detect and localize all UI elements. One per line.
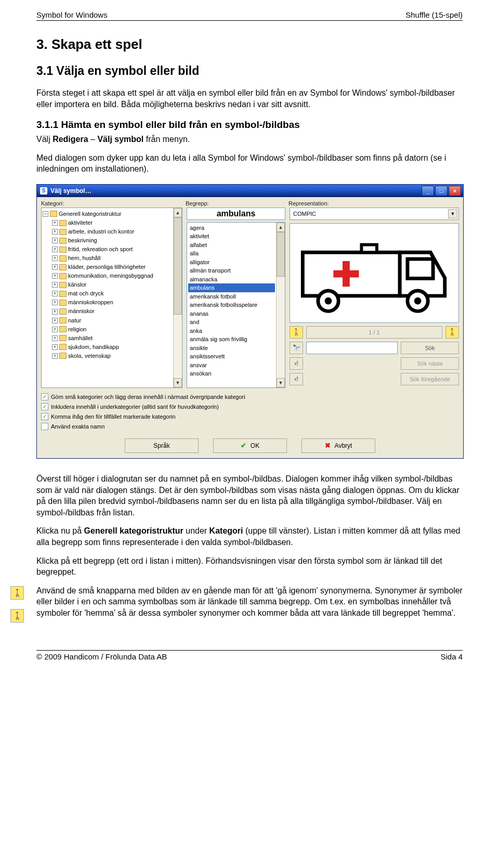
tree-item[interactable]: +fritid, rekreation och sport: [52, 245, 172, 254]
tree-item-label: fritid, rekreation och sport: [68, 245, 133, 254]
category-tree[interactable]: − Generell kategoristruktur +aktiviteter…: [41, 208, 182, 388]
tree-expand-icon[interactable]: +: [52, 220, 58, 226]
scroll-down-icon[interactable]: ▼: [277, 378, 285, 387]
tree-item[interactable]: +arbete, industri och kontor: [52, 227, 172, 236]
list-item[interactable]: alligator: [188, 258, 275, 267]
list-item[interactable]: agera: [188, 224, 275, 232]
tree-item[interactable]: +religion: [52, 325, 172, 334]
representation-dropdown[interactable]: COMPIC ▼: [290, 208, 459, 220]
tree-item[interactable]: +människokroppen: [52, 298, 172, 307]
tree-expand-icon[interactable]: +: [52, 238, 58, 243]
tree-expand-icon[interactable]: +: [52, 229, 58, 235]
scroll-up-icon[interactable]: ▲: [174, 208, 182, 217]
checkbox[interactable]: ✓: [41, 403, 48, 410]
minimize-button[interactable]: _: [422, 186, 434, 196]
list-scrollbar[interactable]: ▲ ▼: [276, 223, 285, 387]
list-item[interactable]: alfabet: [188, 241, 275, 250]
tree-item[interactable]: +beskrivning: [52, 236, 172, 245]
tree-item-label: människokroppen: [68, 298, 113, 307]
tree-expand-icon[interactable]: +: [52, 282, 58, 288]
list-item[interactable]: almanacka: [188, 275, 275, 284]
next-synonym-button[interactable]: 🚶: [445, 326, 459, 339]
tree-expand-icon[interactable]: +: [52, 353, 58, 359]
close-button[interactable]: ×: [449, 186, 461, 196]
checkbox[interactable]: [41, 423, 48, 430]
tree-expand-icon[interactable]: +: [52, 318, 58, 323]
checkbox[interactable]: ✓: [41, 413, 48, 420]
label-begrepp: Begrepp:: [186, 200, 284, 206]
cancel-button[interactable]: ✖Avbryt: [301, 438, 375, 453]
tree-scrollbar[interactable]: ▲ ▼: [173, 208, 182, 387]
tree-item[interactable]: +sjukdom, handikapp: [52, 343, 172, 352]
tree-item-label: sjukdom, handikapp: [68, 343, 119, 352]
tree-item-label: kläder, personliga tillhörigheter: [68, 263, 146, 271]
scroll-down-icon[interactable]: ▼: [174, 378, 182, 387]
folder-icon: [50, 211, 57, 217]
tree-item[interactable]: +mat och dryck: [52, 289, 172, 298]
tree-expand-icon[interactable]: +: [52, 309, 58, 315]
tree-expand-icon[interactable]: +: [52, 300, 58, 305]
list-item[interactable]: ansikte: [188, 344, 275, 353]
tree-item[interactable]: +kläder, personliga tillhörigheter: [52, 263, 172, 271]
option-row[interactable]: ✓Komma ihåg den för tillfället markerade…: [41, 413, 459, 420]
tree-expand-icon[interactable]: +: [52, 255, 58, 261]
tree-item-label: människor: [68, 307, 95, 316]
tree-expand-icon[interactable]: +: [52, 291, 58, 296]
tree-item-label: samhället: [68, 334, 93, 343]
option-row[interactable]: ✓Göm små kategorier och lägg deras inneh…: [41, 393, 459, 400]
list-item[interactable]: ansökan: [188, 369, 275, 378]
list-item[interactable]: amerikansk fotbollsspelare: [188, 301, 275, 309]
tree-expand-icon[interactable]: +: [52, 327, 58, 332]
option-row[interactable]: ✓Inkludera innehåll i underkategorier (a…: [41, 403, 459, 410]
footer-left: © 2009 Handicom / Frölunda Data AB: [36, 652, 167, 661]
ok-button[interactable]: ✔OK: [213, 438, 287, 453]
checkbox[interactable]: ✓: [41, 393, 48, 400]
list-item[interactable]: amerikansk fotboll: [188, 292, 275, 301]
scroll-up-icon[interactable]: ▲: [277, 223, 285, 232]
tree-collapse-icon[interactable]: −: [43, 211, 48, 217]
tree-item[interactable]: +aktiviteter: [52, 218, 172, 227]
list-item[interactable]: alla: [188, 249, 275, 258]
search-next-button[interactable]: Sök nästa: [401, 357, 459, 370]
tree-item[interactable]: +natur: [52, 316, 172, 325]
search-input[interactable]: [306, 342, 398, 354]
tree-item[interactable]: +hem, hushåll: [52, 254, 172, 263]
tree-expand-icon[interactable]: +: [52, 344, 58, 350]
maximize-button[interactable]: □: [435, 186, 448, 196]
concept-listbox[interactable]: ageraaktivitetalfabetallaalligatorallmän…: [187, 222, 285, 388]
tree-expand-icon[interactable]: +: [52, 335, 58, 341]
folder-icon: [59, 282, 67, 288]
list-item[interactable]: allmän transport: [188, 266, 275, 275]
tree-expand-icon[interactable]: +: [52, 264, 58, 270]
heading-3: 3.1.1 Hämta en symbol eller bild från en…: [36, 119, 463, 131]
tree-root-label[interactable]: Generell kategoristruktur: [59, 210, 121, 218]
search-button[interactable]: Sök: [401, 342, 459, 354]
tree-item[interactable]: +skola, vetenskap: [52, 352, 172, 360]
folder-icon: [59, 255, 67, 262]
list-item[interactable]: and: [188, 318, 275, 327]
dialog-titlebar[interactable]: S Välj symbol… _ □ ×: [37, 185, 463, 197]
list-item[interactable]: anka: [188, 327, 275, 335]
chevron-down-icon[interactable]: ▼: [448, 209, 457, 218]
language-button[interactable]: Språk: [125, 438, 199, 453]
folder-icon: [59, 344, 67, 350]
search-prev-button[interactable]: Sök föregående: [401, 373, 459, 385]
heading-2: 3.1 Välja en symbol eller bild: [36, 64, 463, 78]
prev-synonym-button[interactable]: 🚶: [290, 326, 303, 339]
option-row[interactable]: Använd exakta namn: [41, 423, 459, 430]
list-item[interactable]: ansvar: [188, 361, 275, 370]
tree-expand-icon[interactable]: +: [52, 273, 58, 279]
list-item[interactable]: ansiktsservett: [188, 352, 275, 361]
list-item[interactable]: aktivitet: [188, 232, 275, 241]
label-kategori: Kategori:: [41, 200, 181, 206]
tree-item[interactable]: +människor: [52, 307, 172, 316]
list-item[interactable]: anmäla sig som frivillig: [188, 335, 275, 344]
list-item[interactable]: ambulans: [188, 283, 275, 292]
tree-item[interactable]: +samhället: [52, 334, 172, 343]
tree-expand-icon[interactable]: +: [52, 247, 58, 252]
tree-item[interactable]: +kommunikation, meningsbyggnad: [52, 271, 172, 280]
binoculars-icon: 🔭: [290, 342, 303, 354]
tree-item[interactable]: +känslor: [52, 280, 172, 289]
option-label: Inkludera innehåll i underkategorier (al…: [51, 404, 219, 410]
list-item[interactable]: ananas: [188, 309, 275, 318]
